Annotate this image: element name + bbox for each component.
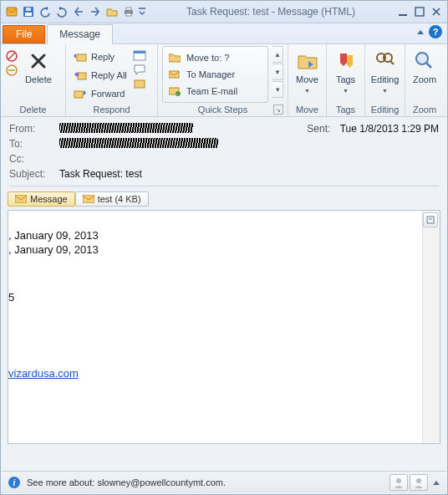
svg-rect-17: [169, 71, 179, 78]
from-label: From:: [9, 123, 59, 136]
group-label-move: Move: [293, 104, 322, 116]
people-pane: i See more about: slowney@powellcountymt…: [2, 471, 446, 493]
svg-rect-3: [26, 8, 31, 11]
window-controls: [395, 4, 444, 19]
group-delete: Delete Delete: [1, 44, 66, 116]
group-label-editing: Editing: [369, 104, 400, 116]
ribbon-tabs: File Message ?: [1, 23, 447, 44]
to-value: [59, 138, 439, 151]
envelope-icon: [83, 195, 94, 203]
meeting-icon[interactable]: [133, 48, 146, 62]
tags-button[interactable]: Tags▼: [331, 46, 360, 96]
group-move: Move▼ Move: [288, 44, 327, 116]
redo-icon[interactable]: [54, 4, 69, 19]
quick-step-team-email[interactable]: Team E-mail: [164, 83, 267, 100]
undo-icon[interactable]: [38, 4, 53, 19]
status-text: See more about: slowney@powellcountymt.c…: [27, 477, 226, 487]
title-bar: Task Request: test - Message (HTML): [1, 1, 447, 23]
sent-value: Tue 1/8/2013 1:29 PM: [340, 123, 439, 135]
sent-label: Sent:: [307, 123, 330, 135]
contact-photo-2[interactable]: [410, 474, 428, 491]
message-body[interactable]: , January 09, 2013 , January 09, 2013 5 …: [8, 210, 440, 444]
quick-access-toolbar: [4, 4, 146, 19]
cc-label: Cc:: [9, 153, 59, 166]
group-zoom: Zoom Zoom: [405, 44, 444, 116]
quick-steps-gallery[interactable]: Move to: ? To Manager Team E-mail: [162, 46, 268, 103]
svg-rect-5: [126, 8, 131, 10]
svg-rect-15: [134, 51, 145, 54]
forward-button[interactable]: Forward: [70, 84, 130, 103]
tab-message[interactable]: Message: [47, 24, 113, 44]
next-item-icon[interactable]: [88, 4, 103, 19]
junk-icon[interactable]: [5, 64, 18, 77]
svg-rect-25: [427, 217, 434, 223]
gallery-up-icon[interactable]: ▲: [272, 46, 283, 63]
move-button[interactable]: Move▼: [293, 46, 322, 96]
body-scrollbar[interactable]: [422, 211, 440, 443]
previous-item-icon[interactable]: [71, 4, 86, 19]
svg-point-26: [396, 478, 401, 483]
svg-rect-12: [78, 73, 86, 79]
im-icon[interactable]: [133, 63, 146, 76]
expand-header-icon[interactable]: [423, 212, 438, 227]
from-value: [59, 123, 307, 136]
help-icon[interactable]: ?: [429, 25, 442, 38]
header-divider: [9, 186, 439, 186]
quick-step-move-to[interactable]: Move to: ?: [164, 49, 267, 66]
group-quick-steps: Move to: ? To Manager Team E-mail ▲ ▼ ▾: [158, 44, 288, 116]
save-icon[interactable]: [21, 4, 36, 19]
reply-button[interactable]: Reply: [70, 48, 130, 66]
message-headers: From: Sent: Tue 1/8/2013 1:29 PM To: Cc:…: [1, 117, 447, 191]
group-label-quicksteps: Quick Steps ↘: [162, 104, 283, 116]
cc-value: [59, 153, 439, 166]
subject-value: Task Request: test: [59, 168, 439, 181]
body-link[interactable]: vizardusa.com: [8, 367, 79, 380]
more-respond-icon[interactable]: [133, 77, 146, 90]
svg-point-22: [416, 53, 428, 64]
svg-rect-2: [25, 13, 32, 16]
svg-rect-16: [135, 80, 145, 88]
svg-rect-24: [83, 195, 94, 203]
body-line-1: , January 09, 2013: [8, 229, 431, 242]
tags-icon: [334, 49, 358, 73]
gallery-more-icon[interactable]: ▾: [272, 81, 283, 98]
print-icon[interactable]: [121, 4, 136, 19]
editing-button[interactable]: Editing▼: [369, 46, 400, 96]
message-window: Task Request: test - Message (HTML) File…: [0, 0, 448, 495]
minimize-button[interactable]: [395, 4, 410, 19]
find-icon: [374, 49, 397, 73]
group-label-tags: Tags: [331, 104, 360, 116]
contact-photo-1[interactable]: [389, 474, 408, 491]
ignore-icon[interactable]: [5, 49, 18, 63]
svg-rect-7: [399, 14, 407, 16]
body-line-2: , January 09, 2013: [8, 243, 431, 256]
maximize-button[interactable]: [412, 4, 427, 19]
tab-file[interactable]: File: [3, 25, 45, 43]
quick-steps-launcher-icon[interactable]: ↘: [273, 105, 283, 115]
close-button[interactable]: [429, 4, 444, 19]
expand-people-pane-icon[interactable]: [430, 481, 440, 485]
minimize-ribbon-icon[interactable]: [417, 30, 424, 34]
zoom-icon: [413, 49, 436, 73]
delete-button[interactable]: Delete: [21, 46, 56, 84]
body-line-3: 5: [8, 291, 431, 304]
svg-rect-0: [7, 8, 17, 16]
folder-move-icon: [168, 51, 181, 64]
customize-qat-icon[interactable]: [138, 4, 146, 19]
window-title: Task Request: test - Message (HTML): [146, 6, 395, 18]
svg-rect-13: [74, 91, 83, 98]
group-label-zoom: Zoom: [410, 104, 440, 116]
quick-steps-spin: ▲ ▼ ▾: [272, 46, 283, 98]
tab-message-body[interactable]: Message: [8, 191, 75, 207]
gallery-down-icon[interactable]: ▼: [272, 64, 283, 80]
zoom-button[interactable]: Zoom: [410, 46, 440, 84]
quick-step-to-manager[interactable]: To Manager: [164, 66, 267, 83]
move-to-folder-icon[interactable]: [104, 4, 120, 19]
to-manager-icon: [168, 68, 181, 81]
tab-attachment[interactable]: test (4 KB): [75, 191, 149, 207]
subject-label: Subject:: [9, 168, 59, 181]
envelope-icon: [15, 195, 27, 203]
move-icon: [296, 49, 319, 73]
svg-rect-11: [77, 54, 86, 61]
reply-all-button[interactable]: Reply All: [70, 66, 130, 84]
